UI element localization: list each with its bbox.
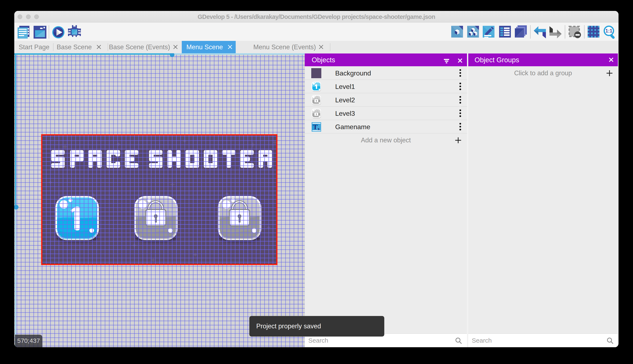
svg-text:x: x — [318, 126, 320, 131]
svg-text:T: T — [313, 123, 318, 131]
svg-text:1:1: 1:1 — [605, 28, 612, 34]
